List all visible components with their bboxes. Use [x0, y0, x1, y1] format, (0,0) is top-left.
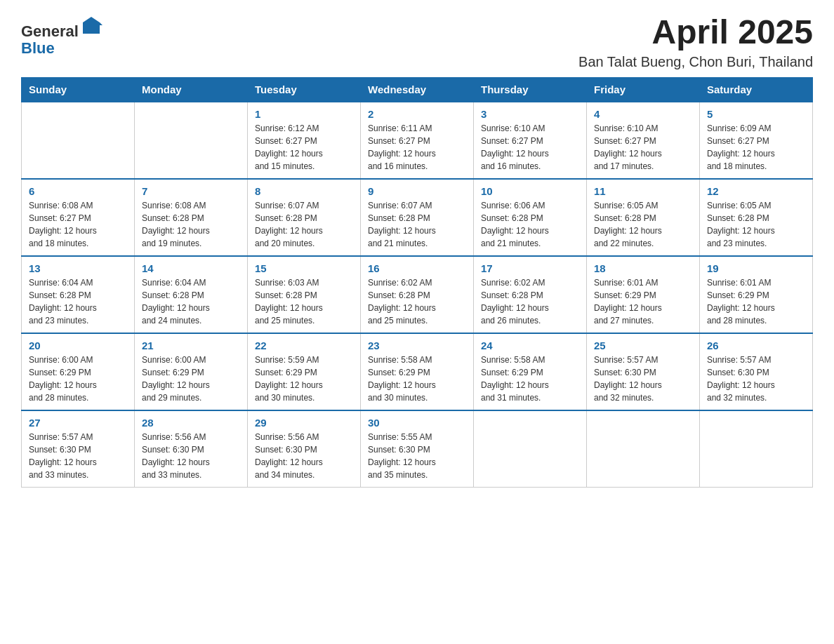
day-info: Sunrise: 6:05 AM Sunset: 6:28 PM Dayligh… [594, 199, 692, 250]
svg-marker-1 [100, 22, 102, 25]
calendar-cell: 19Sunrise: 6:01 AM Sunset: 6:29 PM Dayli… [700, 256, 813, 333]
calendar-cell [587, 410, 700, 488]
day-number: 21 [142, 340, 240, 351]
calendar-cell: 20Sunrise: 6:00 AM Sunset: 6:29 PM Dayli… [22, 333, 135, 410]
logo-icon [80, 14, 102, 36]
calendar-cell [474, 410, 587, 488]
day-info: Sunrise: 6:01 AM Sunset: 6:29 PM Dayligh… [594, 276, 692, 327]
calendar-cell: 24Sunrise: 5:58 AM Sunset: 6:29 PM Dayli… [474, 333, 587, 410]
calendar-cell: 23Sunrise: 5:58 AM Sunset: 6:29 PM Dayli… [361, 333, 474, 410]
day-number: 29 [255, 417, 353, 429]
calendar-cell: 25Sunrise: 5:57 AM Sunset: 6:30 PM Dayli… [587, 333, 700, 410]
logo: General Blue [21, 14, 102, 57]
calendar-cell: 12Sunrise: 6:05 AM Sunset: 6:28 PM Dayli… [700, 179, 813, 256]
day-number: 16 [368, 262, 466, 274]
calendar-cell: 26Sunrise: 5:57 AM Sunset: 6:30 PM Dayli… [700, 333, 813, 410]
weekday-header-sunday: Sunday [22, 77, 135, 102]
calendar-cell: 2Sunrise: 6:11 AM Sunset: 6:27 PM Daylig… [361, 102, 474, 179]
day-info: Sunrise: 5:58 AM Sunset: 6:29 PM Dayligh… [481, 354, 579, 404]
day-number: 2 [368, 108, 466, 120]
weekday-header-monday: Monday [135, 77, 248, 102]
day-number: 25 [594, 340, 692, 351]
day-number: 7 [142, 185, 240, 197]
day-info: Sunrise: 6:06 AM Sunset: 6:28 PM Dayligh… [481, 199, 579, 250]
calendar-cell [135, 102, 248, 179]
location-title: Ban Talat Bueng, Chon Buri, Thailand [578, 54, 813, 70]
weekday-header-wednesday: Wednesday [361, 77, 474, 102]
week-row-4: 20Sunrise: 6:00 AM Sunset: 6:29 PM Dayli… [22, 333, 813, 410]
day-number: 15 [255, 262, 353, 274]
calendar-cell: 5Sunrise: 6:09 AM Sunset: 6:27 PM Daylig… [700, 102, 813, 179]
day-number: 8 [255, 185, 353, 197]
weekday-header-saturday: Saturday [700, 77, 813, 102]
calendar-cell: 1Sunrise: 6:12 AM Sunset: 6:27 PM Daylig… [248, 102, 361, 179]
day-info: Sunrise: 6:08 AM Sunset: 6:28 PM Dayligh… [142, 199, 240, 250]
day-info: Sunrise: 6:05 AM Sunset: 6:28 PM Dayligh… [707, 199, 805, 250]
day-info: Sunrise: 5:57 AM Sunset: 6:30 PM Dayligh… [594, 354, 692, 404]
calendar-cell: 17Sunrise: 6:02 AM Sunset: 6:28 PM Dayli… [474, 256, 587, 333]
week-row-5: 27Sunrise: 5:57 AM Sunset: 6:30 PM Dayli… [22, 410, 813, 488]
day-number: 3 [481, 108, 579, 120]
calendar-cell: 6Sunrise: 6:08 AM Sunset: 6:27 PM Daylig… [22, 179, 135, 256]
calendar-cell: 16Sunrise: 6:02 AM Sunset: 6:28 PM Dayli… [361, 256, 474, 333]
calendar-table: SundayMondayTuesdayWednesdayThursdayFrid… [21, 77, 813, 488]
month-title: April 2025 [578, 14, 813, 51]
week-row-3: 13Sunrise: 6:04 AM Sunset: 6:28 PM Dayli… [22, 256, 813, 333]
calendar-cell [22, 102, 135, 179]
day-number: 17 [481, 262, 579, 274]
day-number: 14 [142, 262, 240, 274]
day-number: 18 [594, 262, 692, 274]
day-info: Sunrise: 6:04 AM Sunset: 6:28 PM Dayligh… [29, 276, 127, 327]
day-number: 9 [368, 185, 466, 197]
day-info: Sunrise: 5:56 AM Sunset: 6:30 PM Dayligh… [142, 431, 240, 481]
calendar-cell: 14Sunrise: 6:04 AM Sunset: 6:28 PM Dayli… [135, 256, 248, 333]
calendar-cell: 21Sunrise: 6:00 AM Sunset: 6:29 PM Dayli… [135, 333, 248, 410]
day-number: 10 [481, 185, 579, 197]
day-info: Sunrise: 6:00 AM Sunset: 6:29 PM Dayligh… [29, 354, 127, 404]
calendar-cell: 8Sunrise: 6:07 AM Sunset: 6:28 PM Daylig… [248, 179, 361, 256]
logo-general: General [21, 22, 79, 40]
calendar-cell: 27Sunrise: 5:57 AM Sunset: 6:30 PM Dayli… [22, 410, 135, 488]
weekday-header-friday: Friday [587, 77, 700, 102]
calendar-cell: 9Sunrise: 6:07 AM Sunset: 6:28 PM Daylig… [361, 179, 474, 256]
day-number: 19 [707, 262, 805, 274]
day-info: Sunrise: 6:08 AM Sunset: 6:27 PM Dayligh… [29, 199, 127, 250]
day-info: Sunrise: 5:56 AM Sunset: 6:30 PM Dayligh… [255, 431, 353, 481]
day-number: 4 [594, 108, 692, 120]
calendar-cell: 28Sunrise: 5:56 AM Sunset: 6:30 PM Dayli… [135, 410, 248, 488]
day-info: Sunrise: 6:07 AM Sunset: 6:28 PM Dayligh… [368, 199, 466, 250]
day-info: Sunrise: 5:55 AM Sunset: 6:30 PM Dayligh… [368, 431, 466, 481]
weekday-header-row: SundayMondayTuesdayWednesdayThursdayFrid… [22, 77, 813, 102]
day-number: 28 [142, 417, 240, 429]
day-number: 1 [255, 108, 353, 120]
calendar-cell: 29Sunrise: 5:56 AM Sunset: 6:30 PM Dayli… [248, 410, 361, 488]
day-number: 24 [481, 340, 579, 351]
day-info: Sunrise: 6:04 AM Sunset: 6:28 PM Dayligh… [142, 276, 240, 327]
day-info: Sunrise: 6:01 AM Sunset: 6:29 PM Dayligh… [707, 276, 805, 327]
day-info: Sunrise: 5:57 AM Sunset: 6:30 PM Dayligh… [29, 431, 127, 481]
day-number: 13 [29, 262, 127, 274]
day-number: 27 [29, 417, 127, 429]
day-info: Sunrise: 6:11 AM Sunset: 6:27 PM Dayligh… [368, 122, 466, 173]
calendar-cell: 30Sunrise: 5:55 AM Sunset: 6:30 PM Dayli… [361, 410, 474, 488]
week-row-1: 1Sunrise: 6:12 AM Sunset: 6:27 PM Daylig… [22, 102, 813, 179]
calendar-cell: 22Sunrise: 5:59 AM Sunset: 6:29 PM Dayli… [248, 333, 361, 410]
calendar-cell: 3Sunrise: 6:10 AM Sunset: 6:27 PM Daylig… [474, 102, 587, 179]
day-number: 20 [29, 340, 127, 351]
calendar-cell: 15Sunrise: 6:03 AM Sunset: 6:28 PM Dayli… [248, 256, 361, 333]
day-number: 5 [707, 108, 805, 120]
calendar-cell: 18Sunrise: 6:01 AM Sunset: 6:29 PM Dayli… [587, 256, 700, 333]
day-info: Sunrise: 5:57 AM Sunset: 6:30 PM Dayligh… [707, 354, 805, 404]
week-row-2: 6Sunrise: 6:08 AM Sunset: 6:27 PM Daylig… [22, 179, 813, 256]
day-info: Sunrise: 5:59 AM Sunset: 6:29 PM Dayligh… [255, 354, 353, 404]
day-info: Sunrise: 6:10 AM Sunset: 6:27 PM Dayligh… [481, 122, 579, 173]
day-number: 11 [594, 185, 692, 197]
logo-text: General Blue [21, 14, 102, 57]
weekday-header-tuesday: Tuesday [248, 77, 361, 102]
calendar-cell: 13Sunrise: 6:04 AM Sunset: 6:28 PM Dayli… [22, 256, 135, 333]
calendar-cell: 10Sunrise: 6:06 AM Sunset: 6:28 PM Dayli… [474, 179, 587, 256]
calendar-cell [700, 410, 813, 488]
calendar-cell: 7Sunrise: 6:08 AM Sunset: 6:28 PM Daylig… [135, 179, 248, 256]
calendar-cell: 4Sunrise: 6:10 AM Sunset: 6:27 PM Daylig… [587, 102, 700, 179]
calendar-cell: 11Sunrise: 6:05 AM Sunset: 6:28 PM Dayli… [587, 179, 700, 256]
